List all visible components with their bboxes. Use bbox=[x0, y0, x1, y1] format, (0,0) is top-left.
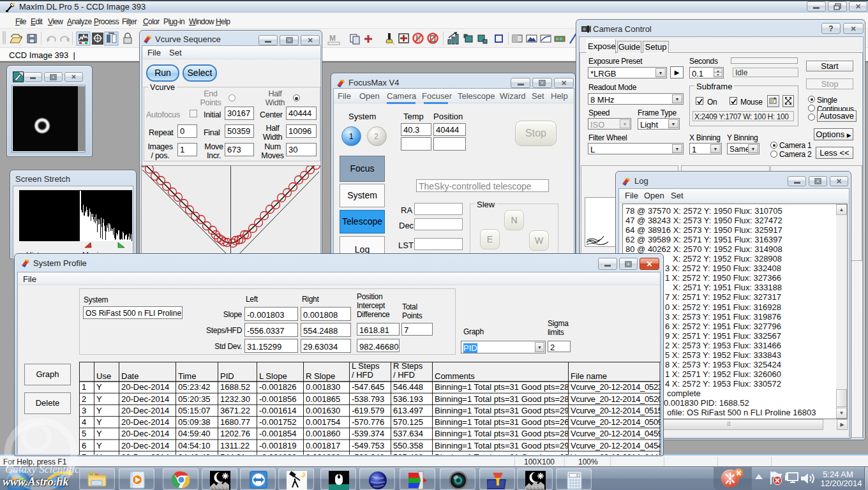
svg-text:M: M bbox=[329, 34, 336, 43]
svg-text:0: 0 bbox=[576, 473, 578, 477]
